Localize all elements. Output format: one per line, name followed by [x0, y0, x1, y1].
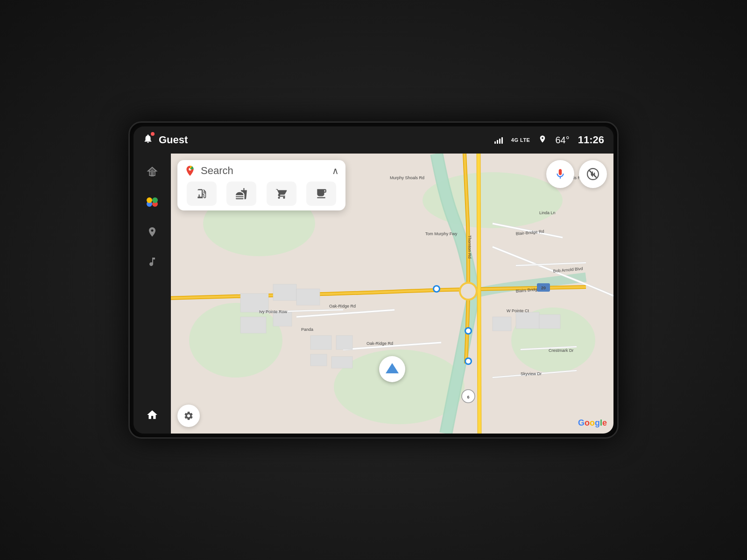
svg-rect-22 — [539, 315, 560, 329]
status-bar: Guest 4G LTE 64° 11:26 — [134, 126, 613, 154]
sidebar-item-google-assistant[interactable] — [139, 189, 165, 215]
svg-text:Ivy Pointe Row: Ivy Pointe Row — [259, 309, 288, 314]
svg-text:Oak-Ridge Rd: Oak-Ridge Rd — [366, 341, 393, 346]
map-button-group — [546, 160, 607, 188]
svg-text:6: 6 — [467, 395, 469, 399]
search-categories — [184, 182, 339, 206]
navigation-arrow-button[interactable] — [379, 356, 405, 382]
main-content: Blairs Bridge Rd Blair-Bridge Rd Bob Arn… — [134, 154, 613, 434]
svg-point-3 — [147, 197, 152, 203]
time-display: 11:26 — [578, 134, 604, 146]
mute-button[interactable] — [579, 160, 607, 188]
category-gas-button[interactable] — [187, 182, 217, 206]
svg-rect-14 — [331, 357, 352, 368]
search-overlay: Search ∧ — [177, 160, 345, 210]
svg-point-40 — [464, 287, 473, 296]
svg-point-48 — [466, 359, 471, 364]
search-bar[interactable]: Search ∧ — [184, 165, 339, 177]
svg-text:Crestmark Dr: Crestmark Dr — [549, 348, 574, 353]
svg-rect-17 — [240, 317, 266, 333]
settings-button[interactable] — [177, 405, 200, 427]
svg-rect-20 — [493, 317, 511, 331]
category-restaurant-button[interactable] — [226, 182, 256, 206]
search-collapse-button[interactable]: ∧ — [332, 165, 339, 176]
svg-point-46 — [466, 329, 471, 333]
svg-point-44 — [434, 287, 439, 291]
temperature-display: 64° — [555, 135, 569, 146]
status-right: 4G LTE 64° 11:26 — [494, 134, 604, 146]
google-watermark: Google — [578, 418, 607, 428]
svg-text:Panda: Panda — [301, 327, 313, 332]
svg-text:Thornton Rd: Thornton Rd — [467, 235, 472, 259]
lte-badge: 4G LTE — [511, 137, 530, 143]
svg-text:Linda Ln: Linda Ln — [539, 210, 556, 215]
svg-point-4 — [152, 197, 158, 203]
category-cafe-button[interactable] — [306, 182, 336, 206]
screen-bezel: Guest 4G LTE 64° 11:26 — [128, 121, 619, 439]
map-container[interactable]: Blairs Bridge Rd Blair-Bridge Rd Bob Arn… — [171, 154, 613, 434]
svg-text:W Pointe Ct: W Pointe Ct — [507, 308, 529, 313]
microphone-button[interactable] — [546, 160, 574, 188]
svg-rect-13 — [310, 354, 327, 366]
signal-bars-icon — [494, 136, 503, 144]
guest-label: Guest — [159, 134, 188, 146]
sidebar-item-music[interactable] — [139, 249, 165, 275]
svg-rect-18 — [273, 312, 292, 326]
notification-dot — [151, 132, 155, 136]
status-left: Guest — [143, 133, 188, 147]
sidebar — [134, 154, 171, 434]
sidebar-item-android-auto[interactable] — [139, 159, 165, 185]
notification-bell-icon[interactable] — [143, 133, 153, 147]
location-icon — [538, 135, 547, 146]
screen-inner: Guest 4G LTE 64° 11:26 — [134, 126, 613, 434]
svg-text:Tom Murphy Fwy: Tom Murphy Fwy — [425, 231, 458, 236]
svg-rect-53 — [594, 173, 595, 176]
svg-rect-16 — [273, 284, 296, 301]
search-input-label: Search — [201, 165, 327, 177]
category-grocery-button[interactable] — [267, 182, 296, 206]
svg-text:Skyview Dr: Skyview Dr — [521, 371, 542, 376]
svg-text:Oak-Ridge Rd: Oak-Ridge Rd — [329, 304, 356, 308]
svg-text:20: 20 — [541, 286, 546, 290]
sidebar-item-navigation[interactable] — [139, 219, 165, 245]
navigation-arrow-icon — [386, 363, 399, 373]
sidebar-item-home[interactable] — [139, 402, 165, 428]
svg-rect-19 — [296, 289, 320, 305]
google-maps-icon — [184, 165, 196, 177]
svg-rect-12 — [336, 336, 352, 350]
svg-point-8 — [189, 303, 282, 378]
svg-rect-21 — [516, 312, 539, 329]
svg-text:Murphy Shoals Rd: Murphy Shoals Rd — [390, 175, 424, 180]
svg-rect-11 — [310, 336, 331, 350]
